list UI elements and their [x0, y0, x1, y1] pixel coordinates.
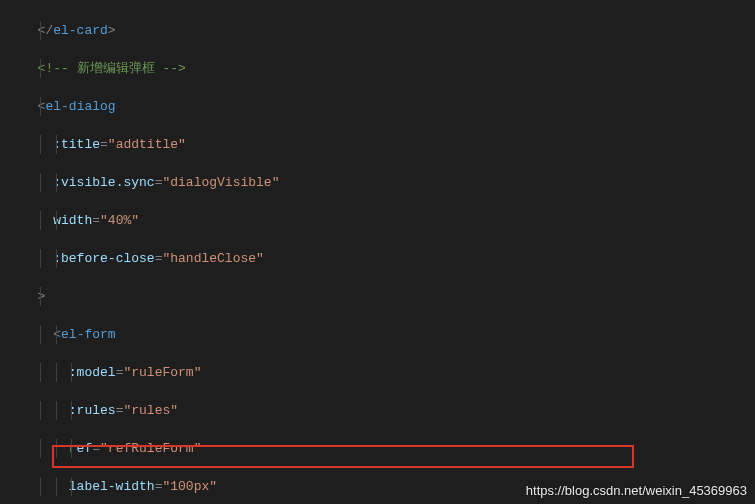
code-attr: :title — [53, 137, 100, 152]
code-string: "dialogVisible" — [162, 175, 279, 190]
code-token: > — [38, 289, 46, 304]
code-attr: :visible.sync — [53, 175, 154, 190]
code-attr: :before-close — [53, 251, 154, 266]
code-attr: width — [53, 213, 92, 228]
watermark-text: https://blog.csdn.net/weixin_45369963 — [526, 481, 747, 500]
code-string: "handleClose" — [162, 251, 263, 266]
code-attr: label-width — [69, 479, 155, 494]
code-attr: :rules — [69, 403, 116, 418]
code-editor[interactable]: </el-card> <!-- 新增编辑弹框 --> <el-dialog :t… — [0, 0, 755, 504]
code-attr: ref — [69, 441, 92, 456]
code-token: el-dialog — [45, 99, 115, 114]
code-string: "40%" — [100, 213, 139, 228]
code-comment: <!-- 新增编辑弹框 --> — [38, 61, 186, 76]
code-string: "addtitle" — [108, 137, 186, 152]
code-string: "100px" — [162, 479, 217, 494]
code-string: "refRuleForm" — [100, 441, 201, 456]
code-string: "rules" — [123, 403, 178, 418]
code-string: "ruleForm" — [123, 365, 201, 380]
code-token: el-form — [61, 327, 116, 342]
code-attr: :model — [69, 365, 116, 380]
code-token: el-card — [53, 23, 108, 38]
